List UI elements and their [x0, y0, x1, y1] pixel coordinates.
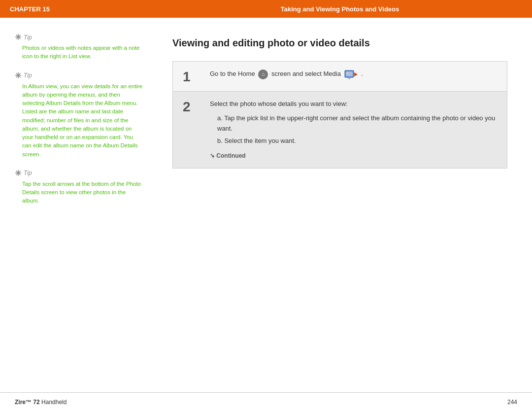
main-content: ✳ Tip Photos or videos with notes appear…	[0, 18, 532, 392]
tip-2-header: ✳ Tip	[15, 71, 143, 80]
tip-3-text: Tap the scroll arrows at the bottom of t…	[15, 180, 143, 206]
tip-2: ✳ Tip In Album view, you can view detail…	[15, 71, 143, 159]
step-2-content: Select the photo whose details you want …	[202, 99, 497, 161]
chapter-label: CHAPTER 15	[10, 5, 158, 13]
step-2-number: 2	[183, 99, 202, 114]
tip-3-asterisk: ✳	[15, 169, 21, 178]
step-2-sub-a: a. Tap the pick list in the upper-right …	[217, 113, 497, 134]
step-1-row: 1 Go to the Home ⌂ screen and select Med…	[173, 62, 507, 92]
svg-rect-4	[347, 77, 351, 78]
brand-name: Zire™ 72	[15, 399, 40, 406]
steps-container: 1 Go to the Home ⌂ screen and select Med…	[172, 61, 507, 169]
header-title: Taking and Viewing Photos and Videos	[158, 5, 522, 13]
svg-rect-2	[347, 72, 349, 74]
footer-page-number: 244	[507, 399, 517, 406]
step-2-row: 2 Select the photo whose details you wan…	[173, 92, 507, 168]
tip-2-asterisk: ✳	[15, 71, 21, 80]
continued-label: Continued	[210, 151, 497, 161]
sidebar: ✳ Tip Photos or videos with notes appear…	[0, 18, 153, 392]
tip-1-asterisk: ✳	[15, 33, 21, 42]
home-icon: ⌂	[258, 69, 268, 79]
tip-2-label: Tip	[24, 72, 32, 79]
svg-marker-3	[354, 72, 358, 76]
footer: Zire™ 72 Handheld 244	[0, 392, 532, 411]
footer-brand: Zire™ 72 Handheld	[15, 399, 66, 406]
step-1-text: Go to the Home ⌂ screen and select Media	[210, 69, 497, 80]
brand-suffix: Handheld	[41, 399, 66, 406]
content-area: Viewing and editing photo or video detai…	[153, 18, 532, 392]
step-1-content: Go to the Home ⌂ screen and select Media	[202, 69, 497, 84]
svg-rect-5	[349, 78, 350, 79]
tip-3: ✳ Tip Tap the scroll arrows at the botto…	[15, 169, 143, 206]
tip-1-text: Photos or videos with notes appear with …	[15, 44, 143, 61]
tip-3-label: Tip	[24, 170, 32, 176]
tip-3-header: ✳ Tip	[15, 169, 143, 178]
step-2-main-text: Select the photo whose details you want …	[210, 99, 497, 109]
tip-1-header: ✳ Tip	[15, 33, 143, 42]
tip-2-text: In Album view, you can view details for …	[15, 82, 143, 159]
step-1-number: 1	[183, 69, 202, 84]
header-bar: CHAPTER 15 Taking and Viewing Photos and…	[0, 0, 532, 18]
media-icon	[344, 69, 358, 80]
tip-1: ✳ Tip Photos or videos with notes appear…	[15, 33, 143, 61]
step-2-sub-b: b. Select the item you want.	[217, 136, 497, 146]
tip-1-label: Tip	[24, 34, 32, 41]
page-heading: Viewing and editing photo or video detai…	[172, 37, 507, 49]
